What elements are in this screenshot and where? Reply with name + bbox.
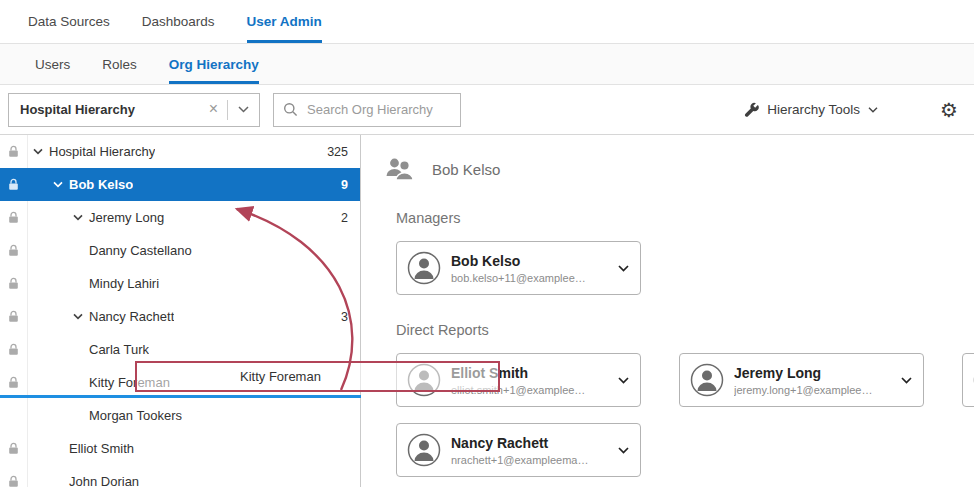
- lock-icon[interactable]: [0, 432, 28, 465]
- tree-indent: [28, 234, 88, 267]
- person-email: bob.kelso+11@examplee…: [451, 272, 606, 284]
- card-chevron-down-icon[interactable]: [616, 375, 631, 386]
- tree-node-label: Bob Kelso: [68, 177, 133, 192]
- section-managers: ManagersBob Kelsobob.kelso+11@examplee…: [396, 209, 974, 295]
- tools-chevron-down-icon: [868, 107, 878, 113]
- tree-node-label: Carla Turk: [88, 342, 149, 357]
- tree-node-label: Mindy Lahiri: [88, 276, 159, 291]
- cards-grid: Bob Kelsobob.kelso+11@examplee…: [396, 241, 974, 295]
- person-email: nrachett+1@exampleema…: [451, 454, 606, 466]
- person-email: jeremy.long+1@examplee…: [734, 384, 889, 396]
- tree-node-label: Danny Castellano: [88, 243, 192, 258]
- tree-row-morgan-tookers[interactable]: Morgan Tookers: [0, 399, 360, 432]
- tree-node-label: Nancy Rachett: [88, 309, 174, 324]
- avatar-icon: [690, 363, 724, 397]
- expander-chevron-down-icon[interactable]: [48, 181, 68, 188]
- avatar-icon: [407, 433, 441, 467]
- tree-node-label: Jeremy Long: [88, 210, 164, 225]
- search-input[interactable]: [305, 101, 451, 118]
- content-area: Hospital Hierarchy325Bob Kelso9Jeremy Lo…: [0, 135, 974, 487]
- expander-chevron-down-icon[interactable]: [28, 148, 48, 155]
- tree-row-nancy-rachett[interactable]: Nancy Rachett3: [0, 300, 360, 333]
- select-chevron-down-icon[interactable]: [236, 104, 251, 115]
- lock-icon[interactable]: [0, 135, 28, 168]
- topnav-item-data-sources[interactable]: Data Sources: [28, 0, 110, 43]
- sub-nav-bar: UsersRolesOrg Hierarchy: [0, 44, 974, 85]
- tree-indent: [28, 465, 68, 487]
- topnav-item-dashboards[interactable]: Dashboards: [142, 0, 215, 43]
- hierarchy-select[interactable]: Hospital Hierarchy ×: [8, 93, 260, 127]
- tree-indent: [28, 300, 68, 333]
- expander-chevron-down-icon[interactable]: [68, 313, 88, 320]
- lock-icon[interactable]: [0, 333, 28, 366]
- person-name: Nancy Rachett: [451, 435, 606, 451]
- org-people-icon: [383, 156, 415, 182]
- select-divider: [227, 100, 228, 120]
- tree-row-jeremy-long[interactable]: Jeremy Long2: [0, 201, 360, 234]
- tree-row-mindy-lahiri[interactable]: Mindy Lahiri: [0, 267, 360, 300]
- section-heading: Managers: [396, 209, 974, 227]
- descendant-count: 3: [341, 310, 360, 324]
- tree-indent: [28, 399, 88, 432]
- tree-row-elliot-smith[interactable]: Elliot Smith: [0, 432, 360, 465]
- detail-sections: ManagersBob Kelsobob.kelso+11@examplee…D…: [383, 209, 974, 477]
- tree-row-danny-castellano[interactable]: Danny Castellano: [0, 234, 360, 267]
- tree-indent: [28, 267, 88, 300]
- lock-icon[interactable]: [0, 300, 28, 333]
- subnav-tab-users[interactable]: Users: [35, 44, 70, 84]
- expander-chevron-down-icon[interactable]: [68, 214, 88, 221]
- person-info: Jeremy Longjeremy.long+1@examplee…: [734, 365, 889, 396]
- descendant-count: 9: [341, 178, 360, 192]
- person-name: Bob Kelso: [451, 253, 606, 269]
- person-card-jeremy-long[interactable]: Jeremy Longjeremy.long+1@examplee…: [679, 353, 924, 407]
- drop-indicator-line: [0, 395, 361, 398]
- tree-node-label: Hospital Hierarchy: [48, 144, 155, 159]
- org-search-box: [273, 93, 461, 127]
- detail-header: Bob Kelso: [383, 151, 974, 187]
- drag-ghost: Kitty Foreman: [135, 361, 500, 392]
- gear-icon[interactable]: ⚙: [940, 100, 958, 120]
- hierarchy-tools-label: Hierarchy Tools: [767, 102, 860, 117]
- section-direct-reports: Direct ReportsElliot Smithelliot.smith+1…: [396, 321, 974, 477]
- detail-title: Bob Kelso: [432, 161, 500, 178]
- drag-ghost-label: Kitty Foreman: [240, 369, 321, 384]
- org-tree-panel: Hospital Hierarchy325Bob Kelso9Jeremy Lo…: [0, 135, 361, 487]
- search-icon: [283, 102, 298, 117]
- person-card-bob-kelso[interactable]: Bob Kelsobob.kelso+11@examplee…: [396, 241, 641, 295]
- lock-icon[interactable]: [0, 267, 28, 300]
- lock-icon[interactable]: [0, 201, 28, 234]
- descendant-count: 2: [341, 211, 360, 225]
- section-heading: Direct Reports: [396, 321, 974, 339]
- topnav-item-user-admin[interactable]: User Admin: [247, 0, 322, 43]
- person-card-partial[interactable]: [962, 353, 974, 407]
- tree-indent: [28, 168, 48, 201]
- avatar-icon: [407, 251, 441, 285]
- hierarchy-select-value: Hospital Hierarchy: [20, 102, 205, 117]
- toolbar-right: Hierarchy Tools ⚙: [744, 100, 962, 120]
- clear-x-icon[interactable]: ×: [205, 101, 227, 119]
- org-hierarchy-app: Data SourcesDashboardsUser Admin UsersRo…: [0, 0, 974, 487]
- subnav-tab-roles[interactable]: Roles: [102, 44, 137, 84]
- tree-indent: [28, 432, 68, 465]
- lock-cell-empty: [0, 399, 28, 432]
- lock-icon[interactable]: [0, 465, 28, 487]
- tree-row-john-dorian[interactable]: John Dorian: [0, 465, 360, 487]
- lock-icon[interactable]: [0, 234, 28, 267]
- top-nav-bar: Data SourcesDashboardsUser Admin: [0, 0, 974, 44]
- subnav-tab-org-hierarchy[interactable]: Org Hierarchy: [169, 44, 259, 84]
- tree-row-bob-kelso[interactable]: Bob Kelso9: [0, 168, 360, 201]
- tree-indent: [28, 333, 88, 366]
- hierarchy-tools-button[interactable]: Hierarchy Tools: [744, 102, 878, 117]
- card-chevron-down-icon[interactable]: [899, 375, 914, 386]
- lock-icon[interactable]: [0, 168, 28, 201]
- person-card-nancy-rachett[interactable]: Nancy Rachettnrachett+1@exampleema…: [396, 423, 641, 477]
- person-name: Jeremy Long: [734, 365, 889, 381]
- tree-indent: [28, 201, 68, 234]
- card-chevron-down-icon[interactable]: [616, 445, 631, 456]
- person-info: Nancy Rachettnrachett+1@exampleema…: [451, 435, 606, 466]
- tree-row-hospital-hierarchy[interactable]: Hospital Hierarchy325: [0, 135, 360, 168]
- tree-node-label: John Dorian: [68, 474, 139, 487]
- tree-node-label: Morgan Tookers: [88, 408, 182, 423]
- wrench-icon: [744, 102, 759, 117]
- card-chevron-down-icon[interactable]: [616, 263, 631, 274]
